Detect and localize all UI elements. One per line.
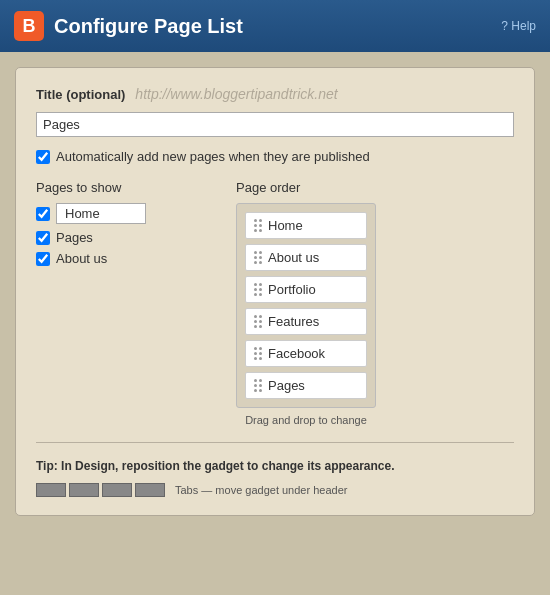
help-link[interactable]: ? Help [501,19,536,33]
title-row: Title (optional) http://www.bloggertipan… [36,86,514,102]
order-item-aboutus[interactable]: About us [245,244,367,271]
auto-add-checkbox[interactable] [36,150,50,164]
title-input[interactable] [36,112,514,137]
tab-description: Tabs — move gadget under header [175,484,347,496]
auto-add-label: Automatically add new pages when they ar… [56,149,370,164]
title-label: Title (optional) [36,87,125,102]
home-checkbox[interactable] [36,207,50,221]
aboutus-checkbox[interactable] [36,252,50,266]
drag-handle [254,315,262,328]
page-order-section: Page order Home About u [236,180,514,426]
pages-label: Pages [56,230,93,245]
drag-handle [254,283,262,296]
tip-label: Tip: In Design, reposition the gadget to… [36,459,395,473]
drag-handle [254,219,262,232]
list-item: Home [36,203,216,224]
tab-box-4 [135,483,165,497]
aboutus-label: About us [56,251,107,266]
home-label: Home [56,203,146,224]
order-item-home[interactable]: Home [245,212,367,239]
drag-handle [254,251,262,264]
pages-to-show-header: Pages to show [36,180,216,195]
list-item: Pages [36,230,216,245]
list-item: About us [36,251,216,266]
pages-checkbox[interactable] [36,231,50,245]
order-item-portfolio[interactable]: Portfolio [245,276,367,303]
tip-section: Tip: In Design, reposition the gadget to… [36,459,514,473]
drag-drop-text: Drag and drop to change [236,414,376,426]
watermark-text: http://www.bloggertipandtrick.net [135,86,337,102]
tab-illustration: Tabs — move gadget under header [36,483,514,497]
order-list: Home About us Portfoli [236,203,376,408]
order-item-features[interactable]: Features [245,308,367,335]
optional-label: (optional) [66,87,125,102]
drag-handle [254,379,262,392]
divider [36,442,514,443]
tab-boxes [36,483,165,497]
order-item-pages[interactable]: Pages [245,372,367,399]
main-content: Title (optional) http://www.bloggertipan… [15,67,535,516]
blogger-logo: B [14,11,44,41]
drag-handle [254,347,262,360]
page-order-header: Page order [236,180,514,195]
tab-box-2 [69,483,99,497]
page-title: Configure Page List [54,15,491,38]
auto-add-row: Automatically add new pages when they ar… [36,149,514,164]
title-bar: B Configure Page List ? Help [0,0,550,52]
two-col-section: Pages to show Home Pages About us Page o… [36,180,514,426]
pages-to-show-section: Pages to show Home Pages About us [36,180,216,272]
tab-box-3 [102,483,132,497]
tab-box-1 [36,483,66,497]
order-item-facebook[interactable]: Facebook [245,340,367,367]
